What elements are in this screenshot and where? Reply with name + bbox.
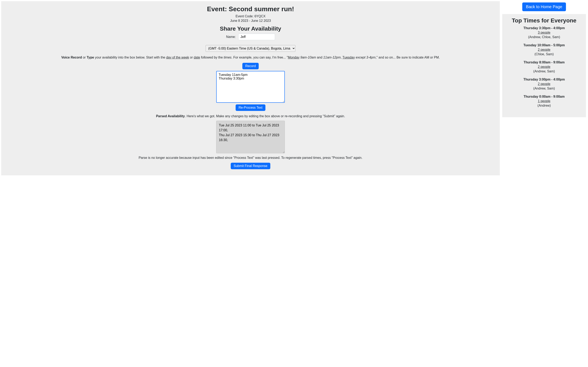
slot-people-count-link[interactable]: 3 people <box>505 31 583 34</box>
slot-time-range: Thursday 3:00pm - 4:00pm <box>505 78 583 81</box>
slot-time-range: Tuesday 10:00am - 5:00pm <box>505 43 583 47</box>
timezone-select[interactable]: (GMT -5:00) Eastern Time (US & Canada), … <box>206 45 295 52</box>
record-button[interactable]: Record <box>242 63 259 69</box>
event-code: Event Code: 6YQCX <box>5 15 496 18</box>
slot-people-names: (Chloe, Sam) <box>505 52 583 56</box>
slot-people-count-link[interactable]: 2 people <box>505 48 583 52</box>
slot-people-names: (Andrew, Chloe, Sam) <box>505 35 583 39</box>
slot-time-range: Thursday 8:00am - 9:00am <box>505 60 583 64</box>
top-time-slot: Tuesday 10:00am - 5:00pm2 people(Chloe, … <box>505 43 583 56</box>
slot-time-range: Thursday 0:00am - 9:00am <box>505 95 583 99</box>
availability-instructions: Voice Record or Type your availability i… <box>13 55 488 60</box>
slot-people-names: (Andrew, Sam) <box>505 69 583 73</box>
submit-final-button[interactable]: Submit Final Response <box>231 163 270 169</box>
share-availability-heading: Share Your Availability <box>5 25 496 32</box>
slot-people-count-link[interactable]: 2 people <box>505 65 583 69</box>
slot-people-names: (Andrew) <box>505 104 583 108</box>
stale-parse-warning: Parse is no longer accurate because inpu… <box>7 155 494 160</box>
availability-form-panel: Event: Second summer run! Event Code: 6Y… <box>1 1 500 175</box>
slot-people-names: (Andrew, Sam) <box>505 87 583 90</box>
top-time-slot: Thursday 3:00pm - 4:00pm2 people(Andrew,… <box>505 78 583 90</box>
slot-people-count-link[interactable]: 2 people <box>505 82 583 86</box>
parsed-availability-label: Parsed Availability. Here's what we got.… <box>13 114 488 119</box>
top-time-slot: Thursday 3:30pm - 4:00pm3 people(Andrew,… <box>505 26 583 39</box>
top-times-panel: Top Times for Everyone Thursday 3:30pm -… <box>502 14 586 117</box>
availability-textarea[interactable] <box>216 71 285 103</box>
event-title: Event: Second summer run! <box>5 5 496 13</box>
top-time-slot: Thursday 8:00am - 9:00am2 people(Andrew,… <box>505 60 583 73</box>
reprocess-button[interactable]: Re-Process Text <box>236 104 265 111</box>
name-label: Name: <box>226 35 236 39</box>
top-times-heading: Top Times for Everyone <box>505 17 583 24</box>
parsed-availability-textarea[interactable] <box>216 121 285 153</box>
event-date-range: June 8 2023 - June 12 2023 <box>5 19 496 23</box>
slot-people-count-link[interactable]: 1 people <box>505 99 583 103</box>
sidebar: Back to Home Page Top Times for Everyone… <box>502 1 586 175</box>
top-time-slot: Thursday 0:00am - 9:00am1 people(Andrew) <box>505 95 583 108</box>
name-input[interactable] <box>238 34 275 40</box>
slot-time-range: Thursday 3:30pm - 4:00pm <box>505 26 583 30</box>
back-to-home-button[interactable]: Back to Home Page <box>522 2 566 11</box>
